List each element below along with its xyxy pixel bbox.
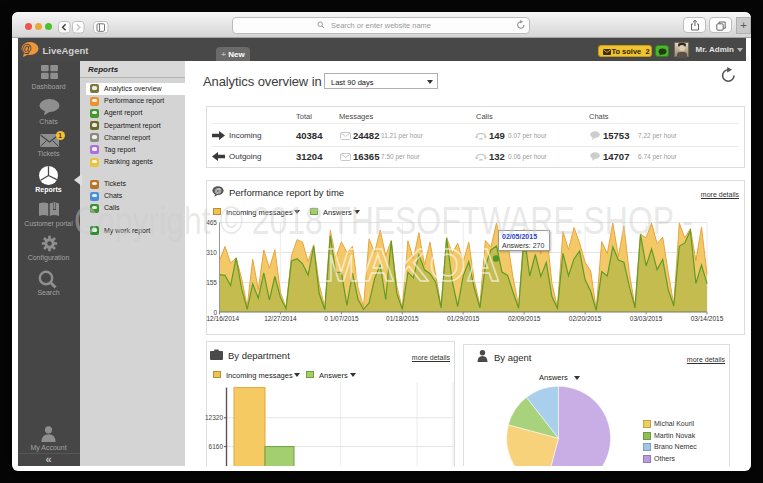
svg-text:12/16/2014: 12/16/2014: [207, 315, 240, 322]
svg-text:@: @: [22, 42, 32, 54]
svg-text:03/03/2015: 03/03/2015: [630, 315, 663, 322]
svg-text:@: @: [215, 187, 222, 194]
svg-text:155: 155: [206, 279, 217, 286]
svg-text:MAKOA: MAKOA: [322, 239, 501, 291]
svg-text:02/09/2015: 02/09/2015: [508, 315, 541, 322]
svg-text:6160: 6160: [209, 443, 224, 450]
svg-text:02/20/2015: 02/20/2015: [569, 315, 602, 322]
svg-text:310: 310: [206, 249, 217, 256]
svg-text:01/18/2015: 01/18/2015: [386, 315, 419, 322]
svg-text:12320: 12320: [205, 414, 223, 421]
svg-text:12/27/2014: 12/27/2014: [264, 315, 297, 322]
svg-text:0 1/07/2015: 0 1/07/2015: [324, 315, 359, 322]
svg-text:03/14/2015: 03/14/2015: [691, 315, 724, 322]
svg-text:01/29/2015: 01/29/2015: [447, 315, 480, 322]
